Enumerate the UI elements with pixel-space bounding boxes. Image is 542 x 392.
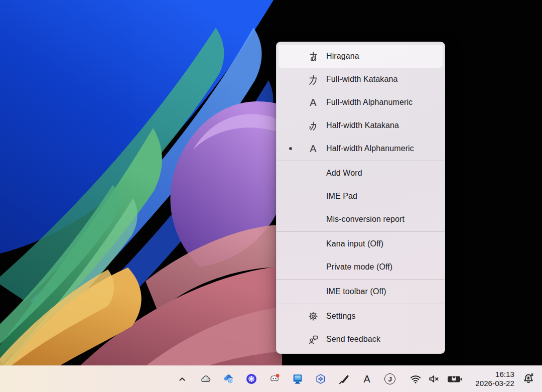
clock-time: 16:13 bbox=[475, 370, 514, 379]
cloud-sync-icon[interactable] bbox=[222, 372, 235, 385]
desktop-wallpaper bbox=[0, 0, 542, 392]
menu-item-ime-pad[interactable]: IME Pad bbox=[279, 185, 443, 208]
language-letter: J bbox=[384, 373, 395, 384]
onedrive-cloud-icon[interactable] bbox=[199, 372, 212, 385]
settings-gear-icon bbox=[307, 310, 320, 323]
menu-item-fullwidth-alphanumeric[interactable]: A Full-width Alphanumeric bbox=[279, 91, 443, 114]
do-not-disturb-bell-icon[interactable] bbox=[521, 371, 536, 386]
menu-item-label: Add Word bbox=[326, 169, 439, 178]
menu-item-misconversion-report[interactable]: Mis-conversion report bbox=[279, 208, 443, 231]
taskbar: A J bbox=[0, 365, 542, 392]
send-feedback-icon bbox=[307, 333, 320, 346]
discord-notification-badge bbox=[276, 374, 280, 377]
devbox-app-icon[interactable] bbox=[314, 372, 327, 385]
menu-item-label: IME toolbar (Off) bbox=[326, 287, 439, 296]
menu-separator bbox=[277, 279, 445, 280]
menu-item-label: Hiragana bbox=[326, 52, 439, 61]
fullwidth-katakana-icon bbox=[307, 73, 320, 86]
fullwidth-alphanumeric-icon: A bbox=[307, 96, 320, 109]
selected-mode-bullet bbox=[289, 147, 292, 150]
menu-item-fullwidth-katakana[interactable]: Full-width Katakana bbox=[279, 68, 443, 91]
menu-item-hiragana[interactable]: Hiragana bbox=[279, 45, 443, 68]
menu-separator bbox=[277, 304, 445, 304]
quick-settings-group[interactable] bbox=[409, 372, 463, 385]
volume-muted-icon bbox=[428, 372, 441, 385]
menu-separator bbox=[277, 161, 445, 161]
clock-date: 2026-03-22 bbox=[475, 379, 514, 388]
menu-item-halfwidth-alphanumeric[interactable]: A Half-width Alphanumeric bbox=[279, 137, 443, 160]
language-indicator[interactable]: J bbox=[383, 372, 396, 385]
blue-orb-app-icon[interactable] bbox=[245, 372, 258, 385]
menu-item-label: IME Pad bbox=[326, 192, 439, 201]
menu-item-halfwidth-katakana[interactable]: Half-width Katakana bbox=[279, 114, 443, 137]
menu-item-label: Send feedback bbox=[326, 335, 439, 344]
monitor-app-icon[interactable] bbox=[291, 372, 304, 385]
menu-item-label: Private mode (Off) bbox=[326, 263, 439, 272]
taskbar-clock[interactable]: 16:13 2026-03-22 bbox=[475, 370, 514, 388]
ime-context-menu: Hiragana Full-width Katakana A Full-widt… bbox=[276, 42, 445, 354]
pen-input-icon[interactable] bbox=[337, 372, 350, 385]
menu-item-kana-input[interactable]: Kana input (Off) bbox=[279, 232, 443, 255]
halfwidth-alphanumeric-icon: A bbox=[307, 142, 320, 155]
menu-item-label: Half-width Alphanumeric bbox=[326, 144, 439, 153]
menu-item-add-word[interactable]: Add Word bbox=[279, 162, 443, 185]
battery-charging-icon bbox=[446, 372, 463, 385]
menu-item-ime-toolbar[interactable]: IME toolbar (Off) bbox=[279, 280, 443, 303]
menu-item-private-mode[interactable]: Private mode (Off) bbox=[279, 255, 443, 279]
menu-separator bbox=[277, 231, 445, 232]
menu-item-label: Kana input (Off) bbox=[326, 239, 439, 248]
halfwidth-katakana-icon bbox=[307, 119, 320, 132]
menu-item-label: Mis-conversion report bbox=[326, 215, 439, 224]
discord-icon[interactable] bbox=[268, 372, 281, 385]
ime-mode-indicator[interactable]: A bbox=[360, 372, 373, 385]
system-tray: A J bbox=[176, 372, 396, 385]
hiragana-a-icon bbox=[307, 50, 320, 63]
ime-mode-letter: A bbox=[364, 373, 370, 385]
menu-item-label: Full-width Katakana bbox=[326, 75, 439, 84]
chevron-up-icon[interactable] bbox=[176, 372, 189, 385]
wifi-icon bbox=[409, 372, 422, 385]
menu-item-send-feedback[interactable]: Send feedback bbox=[279, 328, 443, 351]
menu-item-label: Full-width Alphanumeric bbox=[326, 98, 439, 107]
menu-item-settings[interactable]: Settings bbox=[279, 305, 443, 328]
menu-item-label: Settings bbox=[326, 312, 439, 321]
menu-item-label: Half-width Katakana bbox=[326, 121, 439, 130]
